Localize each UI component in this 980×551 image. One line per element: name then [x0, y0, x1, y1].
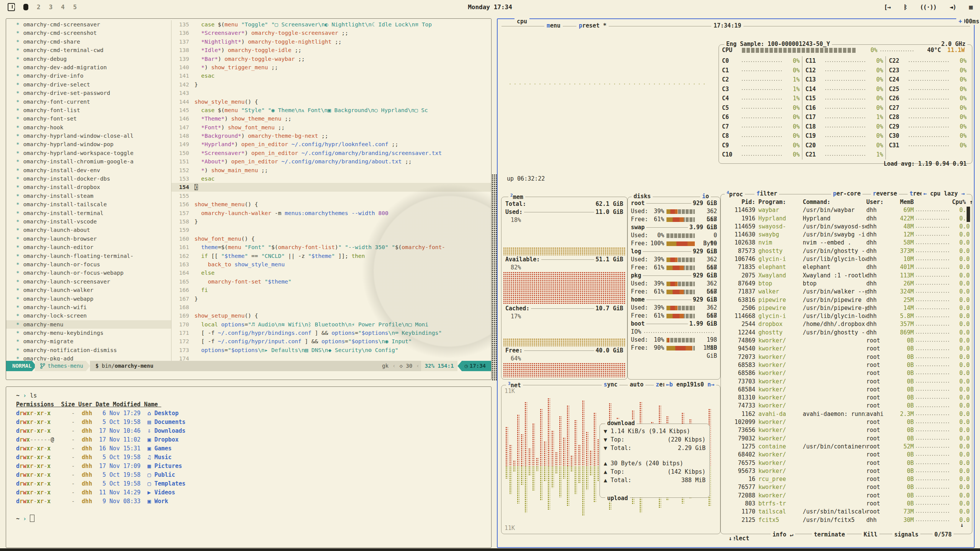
- process-row[interactable]: 16rcu_preeroot0B0.0: [723, 475, 970, 483]
- code-line[interactable]: 159: [172, 226, 491, 234]
- per-core-button[interactable]: per-core: [831, 190, 862, 197]
- file-item[interactable]: *omarchy-font-current: [16, 98, 171, 106]
- process-row[interactable]: 102638nvimnvim --embed .dhh58M0.0: [723, 239, 970, 247]
- code-line[interactable]: 167}: [172, 295, 491, 303]
- process-row[interactable]: 68583kworker/root0B0.0: [723, 361, 970, 369]
- process-row[interactable]: 102099kworker/root0B0.0: [723, 418, 970, 426]
- file-item[interactable]: *omarchy-launch-webapp: [16, 295, 171, 303]
- process-row[interactable]: 94540kworker/root0B0.0: [723, 345, 970, 353]
- chip-icon[interactable]: ▦: [969, 3, 972, 11]
- code-line[interactable]: 152 *) show_main_menu ;;: [172, 166, 491, 174]
- process-row[interactable]: 12244ghostty/usr/bin/ghostty --gtk-dhh86…: [723, 329, 970, 337]
- process-row[interactable]: 2075XwaylandXwayland :1 -rootless -dhh11…: [723, 272, 970, 280]
- code-line[interactable]: 150 *Screensaver*) open_in_editor ~/.con…: [172, 149, 491, 157]
- code-line[interactable]: 154}: [172, 183, 491, 191]
- code-line[interactable]: 139 *Bar*) omarchy-toggle-waybar ;;: [172, 55, 491, 63]
- file-item[interactable]: *omarchy-dev-add-migration: [16, 63, 171, 72]
- file-item[interactable]: *omarchy-hyprland-window-close-all: [16, 132, 171, 140]
- code-line[interactable]: 138 *Idle*) omarchy-toggle-idle ;;: [172, 46, 491, 54]
- code-line[interactable]: 169show_setup_menu() {: [172, 311, 491, 320]
- sort-mode[interactable]: ← cpu lazy →: [921, 190, 967, 197]
- process-row[interactable]: 1275containe/usr/bin/containerdroot52M0.…: [723, 443, 970, 451]
- process-row[interactable]: 72073kworker/root0B0.0: [723, 353, 970, 361]
- git-branch-segment[interactable]: themes-menu: [35, 361, 90, 371]
- process-row[interactable]: 72088kworker/root0B0.0: [723, 492, 970, 500]
- code-line[interactable]: 164 else: [172, 269, 491, 277]
- code-line[interactable]: 141 esac: [172, 72, 491, 80]
- file-item[interactable]: *omarchy-install-docker-dbs: [16, 174, 171, 183]
- kill-control[interactable]: Kill: [862, 531, 879, 538]
- wifi-icon[interactable]: ((·)): [920, 3, 936, 11]
- code-line[interactable]: 162 if [[ "$theme" == "CNCLD" || -z "$th…: [172, 252, 491, 260]
- code-line[interactable]: 146 *Theme*) show_theme_menu ;;: [172, 114, 491, 123]
- process-row[interactable]: 73703kworker/root0B0.0: [723, 378, 970, 386]
- workspace-5[interactable]: 5: [73, 3, 77, 11]
- volume-icon[interactable]: ◄): [949, 3, 956, 11]
- file-item[interactable]: *omarchy-drive-set-password: [16, 89, 171, 97]
- menu-button[interactable]: menu: [544, 22, 563, 29]
- info-control[interactable]: info ↵: [771, 531, 795, 538]
- code-line[interactable]: 144show_style_menu() {: [172, 98, 491, 106]
- process-row[interactable]: 114668glycin-i/usr/lib/glycin-loadersdhh…: [723, 312, 970, 320]
- code-editor[interactable]: 135 case $(menu "Toggle" "▢ Screensaver\…: [172, 20, 491, 361]
- process-row[interactable]: 63816pipewire/usr/bin/pipewiredhh25M0.0: [723, 296, 970, 304]
- file-item[interactable]: *omarchy-launch-editor: [16, 243, 171, 251]
- code-line[interactable]: 163 back_to show_style_menu: [172, 260, 491, 269]
- process-row[interactable]: 114639waybar/usr/bin/waybardhh69M0.0: [723, 206, 970, 214]
- file-item[interactable]: *omarchy-cmd-screenshot: [16, 29, 171, 37]
- file-item[interactable]: *omarchy-cmd-screensaver: [16, 20, 171, 29]
- process-row[interactable]: 106746glycin-i/usr/lib/glycin-loadersdhh…: [723, 255, 970, 263]
- process-row[interactable]: 76575kworker/root0B0.0: [723, 459, 970, 467]
- process-row[interactable]: 74733kworker/root0B0.0: [723, 402, 970, 410]
- file-item[interactable]: *omarchy-launch-screensaver: [16, 277, 171, 286]
- file-item[interactable]: *omarchy-pkg-add: [16, 354, 171, 361]
- process-row[interactable]: 1162avahi-daavahi-daemon: running [avahi…: [723, 410, 970, 418]
- code-line[interactable]: 145 case $(menu "Style" "◉ Theme\nᴀ Font…: [172, 106, 491, 114]
- workspace-3[interactable]: 3: [49, 3, 53, 11]
- net-auto-button[interactable]: auto: [628, 381, 645, 388]
- file-item[interactable]: *omarchy-install-dev-env: [16, 166, 171, 174]
- code-line[interactable]: 140 *) show_trigger_menu ;;: [172, 63, 491, 72]
- process-row[interactable]: 79032kworker/root0B0.0: [723, 435, 970, 443]
- file-item[interactable]: *omarchy-drive-select: [16, 80, 171, 89]
- file-item[interactable]: *omarchy-launch-or-focus-webapp: [16, 269, 171, 277]
- file-item[interactable]: *omarchy-cmd-share: [16, 37, 171, 46]
- terminal-window[interactable]: ~ › lsPermissions Size User Date Modifie…: [6, 386, 492, 548]
- file-item[interactable]: *omarchy-cmd-terminal-cwd: [16, 46, 171, 54]
- process-row[interactable]: 1916HyprlandHyprlanddhh422M0.0: [723, 215, 970, 223]
- logout-icon[interactable]: [→: [884, 3, 890, 11]
- file-item[interactable]: *omarchy-migrate: [16, 337, 171, 346]
- process-row[interactable]: 114659swayosd-/usr/bin/swayosd-serverdhh…: [723, 223, 970, 231]
- workspace-2[interactable]: 2: [37, 3, 41, 11]
- file-item[interactable]: *omarchy-launch-floating-terminal-: [16, 252, 171, 260]
- process-row[interactable]: 73656kworker/root0B0.0: [723, 426, 970, 434]
- code-line[interactable]: 170 local options="♬ Audio\n≋ Wifi\nᛒ Bl…: [172, 320, 491, 329]
- process-row[interactable]: 87649btopbtopdhh26M0.0: [723, 280, 970, 288]
- file-item[interactable]: *omarchy-drive-info: [16, 72, 171, 80]
- terminate-control[interactable]: terminate: [812, 531, 847, 538]
- file-item[interactable]: *omarchy-notification-dismiss: [16, 346, 171, 354]
- process-row[interactable]: 76577kworker/root0B0.0: [723, 483, 970, 491]
- process-row[interactable]: 71835elephantelephantdhh401M0.0: [723, 263, 970, 271]
- process-row[interactable]: 1170tailscal/usr/sbin/tailscaled --root7…: [723, 508, 970, 516]
- code-line[interactable]: 165 omarchy-font-set "$theme": [172, 277, 491, 286]
- net-sync-button[interactable]: sync: [602, 381, 619, 388]
- code-line[interactable]: 136 *Screensaver*) omarchy-toggle-screen…: [172, 29, 491, 37]
- process-row[interactable]: 81310kworker/root0B0.0: [723, 394, 970, 402]
- file-item[interactable]: *omarchy-menu: [6, 320, 171, 329]
- preset-button[interactable]: preset *: [577, 22, 609, 29]
- file-item[interactable]: *omarchy-launch-browser: [16, 235, 171, 243]
- file-item[interactable]: *omarchy-install-vscode: [16, 217, 171, 226]
- process-row[interactable]: 74869kworker/root0B0.0: [723, 337, 970, 345]
- code-line[interactable]: 171 [ -f ~/.config/hypr/bindings.conf ] …: [172, 329, 491, 337]
- file-item[interactable]: *omarchy-font-set: [16, 114, 171, 123]
- code-line[interactable]: 149 *Hyprland*) open_in_editor ~/.config…: [172, 140, 491, 148]
- code-line[interactable]: 137 *Nightlight*) omarchy-toggle-nightli…: [172, 37, 491, 46]
- interval-plus-button[interactable]: +: [956, 18, 964, 25]
- reverse-button[interactable]: reverse: [871, 190, 899, 197]
- code-line[interactable]: 135 case $(menu "Toggle" "▢ Screensaver\…: [172, 20, 491, 29]
- code-line[interactable]: 156show_theme_menu() {: [172, 200, 491, 209]
- code-line[interactable]: 173 options="$options\n▸ Defaults\n▤ DNS…: [172, 346, 491, 354]
- process-row[interactable]: 114630swaybg/usr/bin/swaybg -i /homdhh12…: [723, 231, 970, 239]
- code-line[interactable]: 147 *Font*) show_font_menu ;;: [172, 123, 491, 132]
